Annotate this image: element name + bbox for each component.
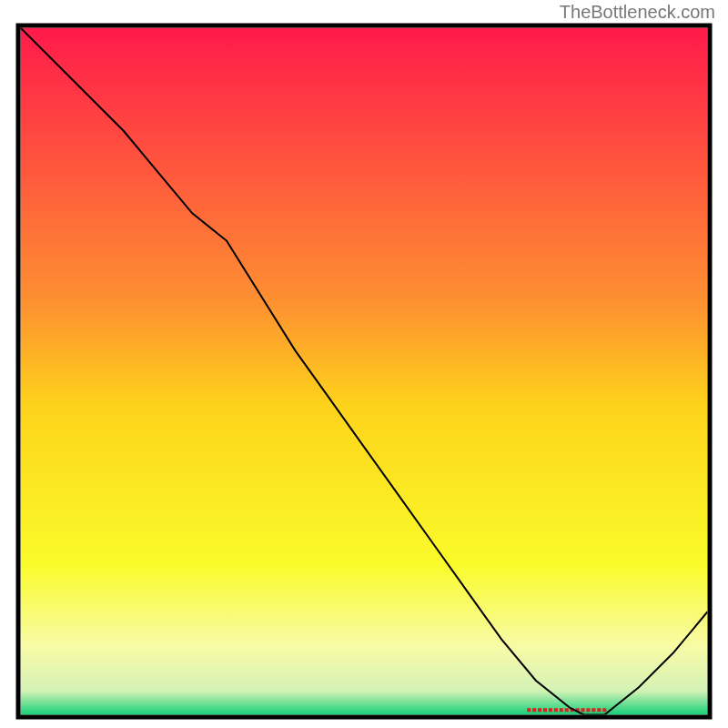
svg-rect-6 bbox=[554, 708, 558, 712]
svg-rect-11 bbox=[581, 708, 585, 712]
svg-rect-13 bbox=[592, 708, 595, 712]
svg-rect-3 bbox=[538, 708, 541, 712]
svg-rect-5 bbox=[549, 708, 552, 712]
marker-dots bbox=[527, 708, 606, 712]
svg-rect-15 bbox=[602, 708, 606, 712]
svg-rect-4 bbox=[543, 708, 547, 712]
bottleneck-chart bbox=[0, 0, 728, 728]
svg-rect-7 bbox=[560, 708, 563, 712]
svg-rect-14 bbox=[597, 708, 601, 712]
svg-rect-12 bbox=[586, 708, 590, 712]
svg-rect-1 bbox=[527, 708, 531, 712]
svg-rect-8 bbox=[565, 708, 569, 712]
svg-rect-2 bbox=[532, 708, 536, 712]
